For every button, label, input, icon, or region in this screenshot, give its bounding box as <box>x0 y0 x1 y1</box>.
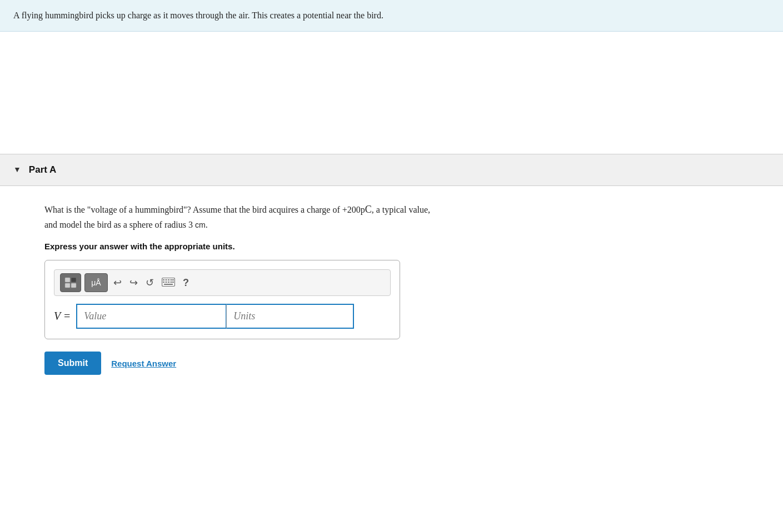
value-input[interactable] <box>76 304 226 329</box>
svg-rect-1 <box>71 278 76 282</box>
units-input[interactable] <box>226 304 354 329</box>
intro-text: A flying hummingbird picks up charge as … <box>13 11 383 20</box>
svg-rect-12 <box>168 282 169 283</box>
svg-rect-3 <box>71 283 76 288</box>
undo-icon: ↩ <box>113 277 122 289</box>
svg-rect-5 <box>163 279 164 280</box>
answer-toolbar: μÅ ↩ ↪ ↺ <box>54 269 391 296</box>
svg-rect-11 <box>166 282 167 283</box>
keyboard-button[interactable] <box>159 277 177 289</box>
reset-button[interactable]: ↺ <box>143 275 156 290</box>
svg-rect-7 <box>168 279 169 280</box>
v-equals-label: V = <box>54 310 71 323</box>
part-a-header: ▼ Part A <box>0 154 783 186</box>
svg-rect-9 <box>172 279 174 280</box>
input-row: V = <box>54 304 391 329</box>
svg-rect-6 <box>166 279 167 280</box>
keyboard-icon <box>162 278 175 288</box>
part-a-body: What is the "voltage of a hummingbird"? … <box>0 186 783 390</box>
request-answer-link[interactable]: Request Answer <box>111 359 176 368</box>
request-answer-label: Request Answer <box>111 359 176 368</box>
express-instruction: Express your answer with the appropriate… <box>44 242 739 251</box>
mu-label: μÅ <box>91 278 101 287</box>
answer-box: μÅ ↩ ↪ ↺ <box>44 260 400 339</box>
template-icon <box>64 277 77 288</box>
actions-row: Submit Request Answer <box>44 352 739 375</box>
part-a-chevron-icon[interactable]: ▼ <box>13 165 21 174</box>
mu-button[interactable]: μÅ <box>84 273 108 292</box>
part-a-title: Part A <box>29 164 56 175</box>
redo-icon: ↪ <box>129 277 138 289</box>
submit-label: Submit <box>58 358 88 368</box>
help-button[interactable]: ? <box>181 276 191 290</box>
redo-button[interactable]: ↪ <box>127 275 140 290</box>
intro-banner: A flying hummingbird picks up charge as … <box>0 0 783 32</box>
svg-rect-10 <box>163 282 164 283</box>
question-text: What is the "voltage of a hummingbird"? … <box>44 202 739 232</box>
svg-rect-15 <box>164 284 173 285</box>
svg-rect-0 <box>65 278 70 282</box>
svg-rect-8 <box>171 279 172 280</box>
svg-rect-14 <box>172 282 174 283</box>
help-label: ? <box>183 277 189 288</box>
svg-rect-2 <box>65 283 70 288</box>
content-spacer <box>0 32 783 154</box>
svg-rect-13 <box>171 282 172 283</box>
refresh-icon: ↺ <box>146 277 154 289</box>
template-button[interactable] <box>60 273 81 292</box>
undo-button[interactable]: ↩ <box>111 275 124 290</box>
submit-button[interactable]: Submit <box>44 352 101 375</box>
